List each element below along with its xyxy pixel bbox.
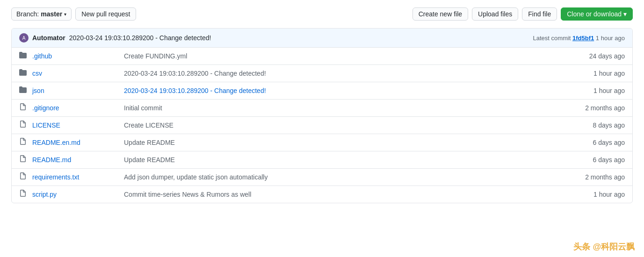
table-row: .gitignoreInitial commit2 months ago	[12, 100, 632, 117]
branch-label: Branch:	[16, 10, 39, 18]
file-commit-message: 2020-03-24 19:03:10.289200 - Change dete…	[116, 87, 569, 94]
commit-header: A Automator 2020-03-24 19:03:10.289200 -…	[12, 29, 632, 48]
file-icon	[19, 172, 29, 182]
new-pull-request-button[interactable]: New pull request	[75, 7, 136, 21]
folder-icon	[19, 51, 29, 61]
commit-author: Automator	[32, 34, 65, 42]
file-commit-message: Initial commit	[116, 104, 569, 112]
commit-header-left: A Automator 2020-03-24 19:03:10.289200 -…	[19, 33, 211, 43]
file-time: 1 hour ago	[569, 191, 625, 198]
file-commit-message: Commit time-series News & Rumors as well	[116, 191, 569, 198]
file-commit-message: Create FUNDING.yml	[116, 52, 569, 60]
file-time: 2 months ago	[569, 104, 625, 112]
latest-commit-label: Latest commit	[533, 35, 571, 42]
file-commit-message: Create LICENSE	[116, 121, 569, 129]
file-commit-message: Update README	[116, 156, 569, 164]
folder-icon	[19, 69, 29, 78]
folder-icon	[19, 86, 29, 95]
file-list: .githubCreate FUNDING.yml24 days agocsv2…	[12, 48, 632, 203]
commit-time: 1 hour ago	[596, 35, 625, 42]
file-time: 24 days ago	[569, 52, 625, 60]
table-row: json2020-03-24 19:03:10.289200 - Change …	[12, 82, 632, 100]
file-time: 2 months ago	[569, 173, 625, 181]
find-file-button[interactable]: Find file	[522, 7, 557, 21]
file-icon	[19, 138, 29, 147]
file-time: 8 days ago	[569, 121, 625, 129]
branch-selector[interactable]: Branch: master ▾	[11, 7, 72, 21]
table-row: LICENSECreate LICENSE8 days ago	[12, 117, 632, 134]
repo-table: A Automator 2020-03-24 19:03:10.289200 -…	[11, 28, 633, 203]
file-icon	[19, 190, 29, 199]
file-commit-message: Add json dumper, update static json auto…	[116, 173, 569, 181]
file-time: 1 hour ago	[569, 87, 625, 94]
toolbar-left: Branch: master ▾ New pull request	[11, 7, 136, 21]
file-time: 1 hour ago	[569, 70, 625, 77]
file-time: 6 days ago	[569, 156, 625, 164]
file-name-link[interactable]: .gitignore	[32, 104, 116, 112]
table-row: script.pyCommit time-series News & Rumor…	[12, 186, 632, 203]
page-container: Branch: master ▾ New pull request Create…	[0, 0, 644, 211]
file-name-link[interactable]: json	[32, 87, 116, 94]
commit-header-right: Latest commit 1fd5bf1 1 hour ago	[533, 35, 625, 42]
file-name-link[interactable]: LICENSE	[32, 121, 116, 129]
chevron-down-icon: ▾	[64, 12, 66, 17]
file-name-link[interactable]: csv	[32, 70, 116, 77]
chevron-down-icon: ▾	[623, 10, 627, 18]
file-commit-link[interactable]: 2020-03-24 19:03:10.289200 - Change dete…	[124, 87, 266, 94]
table-row: requirements.txtAdd json dumper, update …	[12, 169, 632, 186]
table-row: csv2020-03-24 19:03:10.289200 - Change d…	[12, 65, 632, 82]
file-icon	[19, 155, 29, 164]
toolbar-right: Create new file Upload files Find file C…	[412, 7, 633, 21]
commit-message: 2020-03-24 19:03:10.289200 - Change dete…	[69, 34, 211, 42]
clone-or-download-button[interactable]: Clone or download ▾	[561, 7, 633, 21]
upload-files-button[interactable]: Upload files	[472, 7, 518, 21]
table-row: README.mdUpdate README6 days ago	[12, 151, 632, 169]
table-row: .githubCreate FUNDING.yml24 days ago	[12, 48, 632, 65]
file-icon	[19, 121, 29, 130]
file-commit-message: Update README	[116, 139, 569, 146]
branch-name: master	[41, 10, 62, 18]
file-name-link[interactable]: README.md	[32, 156, 116, 164]
file-name-link[interactable]: script.py	[32, 191, 116, 198]
create-new-file-button[interactable]: Create new file	[412, 7, 468, 21]
commit-hash-link[interactable]: 1fd5bf1	[572, 35, 594, 42]
file-name-link[interactable]: requirements.txt	[32, 173, 116, 181]
file-name-link[interactable]: README.en.md	[32, 139, 116, 146]
file-commit-message: 2020-03-24 19:03:10.289200 - Change dete…	[116, 70, 569, 77]
file-time: 6 days ago	[569, 139, 625, 146]
avatar: A	[19, 33, 29, 43]
file-name-link[interactable]: .github	[32, 52, 116, 60]
file-icon	[19, 103, 29, 113]
clone-button-label: Clone or download	[567, 10, 622, 18]
table-row: README.en.mdUpdate README6 days ago	[12, 134, 632, 151]
toolbar: Branch: master ▾ New pull request Create…	[11, 7, 633, 21]
